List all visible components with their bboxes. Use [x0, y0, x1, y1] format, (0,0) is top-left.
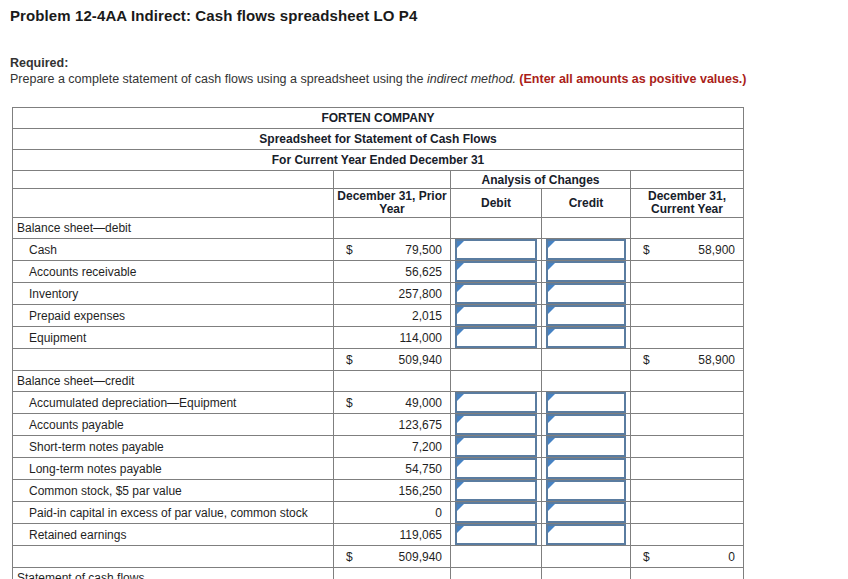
debit-input[interactable]: [457, 460, 535, 477]
amount-cell: [334, 568, 451, 579]
amount-cell: 0: [334, 502, 451, 524]
amount-value: 7,200: [346, 440, 442, 454]
amount-value: 156,250: [346, 484, 442, 498]
total-row: $509,940$58,900: [13, 349, 744, 371]
debit-input[interactable]: [457, 394, 535, 411]
account-row: Accounts receivable56,625: [13, 261, 744, 283]
row-label: Cash: [13, 239, 334, 261]
debit-input[interactable]: [457, 307, 535, 324]
credit-input-cell: [542, 502, 631, 524]
col-header-prior-year: December 31, Prior Year: [334, 189, 451, 218]
debit-input[interactable]: [457, 504, 535, 521]
credit-input-box: [546, 414, 626, 435]
dollar-sign: $: [643, 353, 650, 367]
credit-input-box: [546, 261, 626, 282]
debit-input-cell: [451, 414, 542, 436]
dollar-sign: $: [346, 550, 353, 564]
debit-input-cell: [451, 261, 542, 283]
credit-input[interactable]: [548, 460, 624, 477]
credit-input-cell: [542, 480, 631, 502]
credit-input[interactable]: [548, 285, 624, 302]
amount-value: 49,000: [353, 396, 442, 410]
debit-input-box: [455, 239, 537, 260]
credit-input[interactable]: [548, 526, 624, 543]
amount-cell: [631, 502, 744, 524]
account-row: Long-term notes payable54,750: [13, 458, 744, 480]
credit-input[interactable]: [548, 241, 624, 258]
dollar-sign: $: [346, 243, 353, 257]
amount-cell: $58,900: [631, 349, 744, 371]
cash-flows-spreadsheet: FORTEN COMPANY Spreadsheet for Statement…: [12, 107, 744, 579]
amount-cell: [631, 327, 744, 349]
amount-cell: 156,250: [334, 480, 451, 502]
amount-cell: [631, 480, 744, 502]
debit-input[interactable]: [457, 329, 535, 346]
spreadsheet-header: FORTEN COMPANY Spreadsheet for Statement…: [13, 108, 744, 218]
debit-input[interactable]: [457, 526, 535, 543]
account-row: Prepaid expenses2,015: [13, 305, 744, 327]
amount-cell: $49,000: [334, 392, 451, 414]
debit-input-box: [455, 392, 537, 413]
amount-cell: $58,900: [631, 239, 744, 261]
credit-input[interactable]: [548, 329, 624, 346]
debit-input-cell: [451, 502, 542, 524]
debit-input-cell: [451, 480, 542, 502]
row-label: Balance sheet—credit: [13, 371, 334, 392]
account-row: Accumulated depreciation—Equipment$49,00…: [13, 392, 744, 414]
credit-input-cell: [542, 261, 631, 283]
credit-input[interactable]: [548, 504, 624, 521]
credit-input[interactable]: [548, 438, 624, 455]
amount-cell: [631, 218, 744, 239]
debit-input-box: [455, 458, 537, 479]
amount-cell: [631, 305, 744, 327]
credit-input-box: [546, 305, 626, 326]
instructions-emphasis-text: (Enter all amounts as positive values.): [516, 72, 747, 86]
credit-input-box: [546, 524, 626, 545]
amount-value: 119,065: [346, 528, 442, 542]
row-label: Accounts receivable: [13, 261, 334, 283]
debit-input-box: [455, 414, 537, 435]
debit-input-cell: [451, 371, 542, 392]
amount-value: 2,015: [346, 309, 442, 323]
analysis-of-changes-header: Analysis of Changes: [451, 171, 631, 189]
debit-input-box: [455, 436, 537, 457]
amount-value: 58,900: [650, 353, 735, 367]
account-row: Retained earnings119,065: [13, 524, 744, 546]
credit-input-cell: [542, 392, 631, 414]
amount-value: 509,940: [353, 353, 442, 367]
required-label: Required:: [10, 56, 838, 70]
debit-input[interactable]: [457, 285, 535, 302]
spreadsheet-title: Spreadsheet for Statement of Cash Flows: [13, 129, 744, 150]
credit-input-cell: [542, 524, 631, 546]
amount-value: 509,940: [353, 550, 442, 564]
debit-input[interactable]: [457, 241, 535, 258]
amount-value: 58,900: [650, 243, 735, 257]
debit-input-box: [455, 327, 537, 348]
amount-cell: [631, 283, 744, 305]
debit-input-cell: [451, 218, 542, 239]
debit-input[interactable]: [457, 416, 535, 433]
credit-input[interactable]: [548, 394, 624, 411]
instructions-text: Prepare a complete statement of cash flo…: [10, 72, 427, 86]
row-label: Accounts payable: [13, 414, 334, 436]
credit-input[interactable]: [548, 263, 624, 280]
blank-header-cell: [631, 171, 744, 189]
credit-input[interactable]: [548, 307, 624, 324]
amount-cell: [631, 568, 744, 579]
credit-input-box: [546, 283, 626, 304]
credit-input-box: [546, 480, 626, 501]
row-label: Long-term notes payable: [13, 458, 334, 480]
credit-input[interactable]: [548, 482, 624, 499]
credit-input[interactable]: [548, 416, 624, 433]
amount-cell: 56,625: [334, 261, 451, 283]
amount-value: 54,750: [346, 462, 442, 476]
debit-input[interactable]: [457, 438, 535, 455]
account-row: Inventory257,800: [13, 283, 744, 305]
debit-input-box: [455, 502, 537, 523]
debit-input[interactable]: [457, 263, 535, 280]
blank-header-cell: [13, 171, 334, 189]
account-row: Accounts payable123,675: [13, 414, 744, 436]
amount-cell: [631, 458, 744, 480]
debit-input-cell: [451, 327, 542, 349]
debit-input[interactable]: [457, 482, 535, 499]
